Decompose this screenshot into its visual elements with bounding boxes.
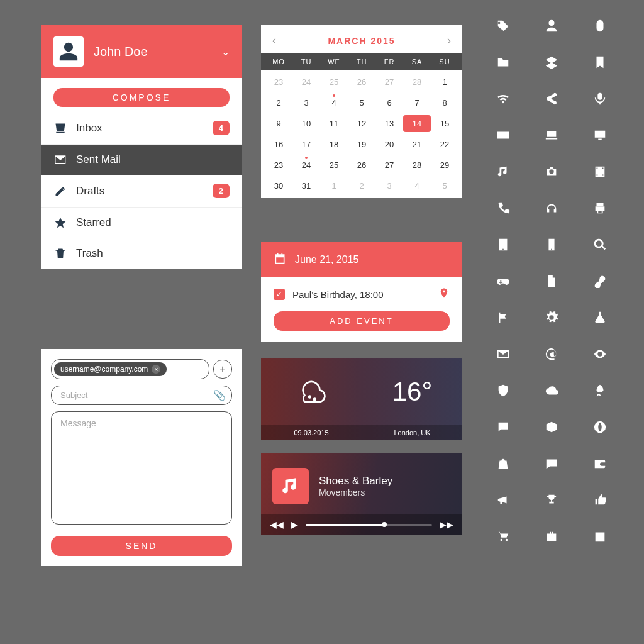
calendar-day[interactable]: 28 bbox=[403, 157, 431, 174]
event-checkbox[interactable]: ✓ bbox=[274, 289, 285, 300]
wallet-icon[interactable] bbox=[583, 457, 618, 470]
calendar-day[interactable]: 26 bbox=[348, 74, 375, 91]
next-button[interactable]: ▶▶ bbox=[440, 519, 453, 530]
calendar-day[interactable]: 2 bbox=[348, 177, 375, 194]
calendar-day[interactable]: 17 bbox=[292, 136, 320, 153]
calendar-day[interactable]: 8 bbox=[431, 94, 458, 111]
search-icon[interactable] bbox=[583, 238, 618, 252]
gamepad-icon[interactable] bbox=[486, 274, 520, 288]
calendar-day[interactable]: 23 bbox=[265, 157, 292, 174]
share-icon[interactable] bbox=[534, 92, 569, 106]
printer-icon[interactable] bbox=[583, 201, 618, 215]
calendar-day[interactable]: 19 bbox=[348, 136, 375, 153]
globe-icon[interactable] bbox=[583, 420, 618, 434]
megaphone-icon[interactable] bbox=[486, 493, 520, 507]
calendar-day[interactable]: 4 bbox=[320, 94, 348, 111]
folder-starred[interactable]: Starred bbox=[41, 208, 242, 238]
mouse-icon[interactable] bbox=[583, 19, 618, 33]
folder-sent[interactable]: Sent Mail bbox=[41, 145, 242, 175]
calendar-day[interactable]: 25 bbox=[320, 157, 348, 174]
phone-icon[interactable] bbox=[486, 201, 520, 215]
recipient-chip[interactable]: username@company.com × bbox=[54, 362, 167, 376]
calendar-day[interactable]: 20 bbox=[375, 136, 403, 153]
laptop-icon[interactable] bbox=[534, 128, 569, 142]
monitor-icon[interactable] bbox=[583, 128, 618, 142]
at-icon[interactable] bbox=[534, 347, 569, 361]
film-icon[interactable] bbox=[583, 165, 618, 179]
eye-icon[interactable] bbox=[583, 347, 618, 361]
calendar-day[interactable]: 2 bbox=[265, 94, 292, 111]
thumbs-up-icon[interactable] bbox=[583, 493, 618, 507]
message-icon[interactable] bbox=[534, 457, 569, 470]
headphones-icon[interactable] bbox=[534, 201, 569, 215]
gear-icon[interactable] bbox=[534, 311, 569, 325]
briefcase-icon[interactable] bbox=[534, 530, 569, 543]
tablet-icon[interactable] bbox=[486, 238, 520, 252]
profile-header[interactable]: John Doe ⌄ bbox=[41, 25, 242, 78]
calendar-day[interactable]: 22 bbox=[431, 136, 458, 153]
calendar-day[interactable]: 6 bbox=[375, 94, 403, 111]
location-pin-icon[interactable] bbox=[438, 287, 450, 301]
calendar-day[interactable]: 30 bbox=[265, 177, 292, 194]
chevron-down-icon[interactable]: ⌄ bbox=[221, 46, 230, 58]
calendar-day[interactable]: 13 bbox=[375, 115, 403, 132]
tag-icon[interactable] bbox=[486, 19, 520, 33]
message-input[interactable] bbox=[51, 411, 232, 525]
calendar-day[interactable]: 28 bbox=[403, 74, 431, 91]
attachment-icon[interactable]: 📎 bbox=[213, 389, 226, 401]
mic-icon[interactable] bbox=[583, 92, 618, 106]
link-icon[interactable] bbox=[583, 274, 618, 288]
calendar-day[interactable]: 24 bbox=[292, 157, 320, 174]
recipient-field[interactable]: username@company.com × bbox=[51, 359, 209, 379]
camera-icon[interactable] bbox=[534, 165, 569, 179]
close-icon[interactable]: × bbox=[152, 365, 160, 374]
cart-icon[interactable] bbox=[486, 530, 520, 543]
chat-icon[interactable] bbox=[486, 420, 520, 434]
progress-bar[interactable] bbox=[306, 524, 432, 526]
calendar-day[interactable]: 12 bbox=[348, 115, 375, 132]
calendar-icon[interactable] bbox=[583, 530, 618, 543]
calendar-day[interactable]: 9 bbox=[265, 115, 292, 132]
calendar-day[interactable]: 15 bbox=[431, 115, 458, 132]
next-month-button[interactable]: › bbox=[447, 34, 451, 47]
calendar-day[interactable]: 29 bbox=[431, 157, 458, 174]
calendar-day[interactable]: 25 bbox=[320, 74, 348, 91]
bookmark-icon[interactable] bbox=[583, 55, 618, 69]
calendar-day[interactable]: 10 bbox=[292, 115, 320, 132]
bag-icon[interactable] bbox=[486, 457, 520, 470]
calendar-day[interactable]: 4 bbox=[403, 177, 431, 194]
smartphone-icon[interactable] bbox=[534, 238, 569, 252]
send-button[interactable]: SEND bbox=[51, 536, 232, 556]
add-recipient-button[interactable]: + bbox=[213, 360, 232, 379]
cloud-icon[interactable] bbox=[534, 384, 569, 397]
add-event-button[interactable]: ADD EVENT bbox=[274, 311, 450, 331]
calendar-day[interactable]: 5 bbox=[431, 177, 458, 194]
calendar-day[interactable]: 31 bbox=[292, 177, 320, 194]
box-icon[interactable] bbox=[534, 420, 569, 434]
music-note-icon[interactable] bbox=[486, 165, 520, 179]
calendar-day[interactable]: 3 bbox=[292, 94, 320, 111]
calendar-day[interactable]: 5 bbox=[348, 94, 375, 111]
envelope-icon[interactable] bbox=[486, 347, 520, 361]
calendar-day[interactable]: 7 bbox=[403, 94, 431, 111]
play-button[interactable]: ▶ bbox=[291, 519, 298, 530]
calendar-day[interactable]: 24 bbox=[292, 74, 320, 91]
flask-icon[interactable] bbox=[583, 311, 618, 325]
document-icon[interactable] bbox=[534, 274, 569, 288]
rocket-icon[interactable] bbox=[583, 384, 618, 397]
calendar-day[interactable]: 1 bbox=[320, 177, 348, 194]
compose-button[interactable]: COMPOSE bbox=[53, 88, 230, 107]
folder-trash[interactable]: Trash bbox=[41, 238, 242, 269]
shield-icon[interactable] bbox=[486, 384, 520, 397]
folder-icon[interactable] bbox=[486, 55, 520, 69]
user-icon[interactable] bbox=[534, 19, 569, 33]
keyboard-icon[interactable] bbox=[486, 128, 520, 142]
calendar-day[interactable]: 26 bbox=[348, 157, 375, 174]
prev-button[interactable]: ◀◀ bbox=[270, 519, 284, 530]
calendar-day[interactable]: 16 bbox=[265, 136, 292, 153]
calendar-day[interactable]: 23 bbox=[265, 74, 292, 91]
layers-icon[interactable] bbox=[534, 55, 569, 69]
calendar-day[interactable]: 1 bbox=[431, 74, 458, 91]
folder-inbox[interactable]: Inbox 4 bbox=[41, 112, 242, 145]
calendar-day[interactable]: 3 bbox=[375, 177, 403, 194]
